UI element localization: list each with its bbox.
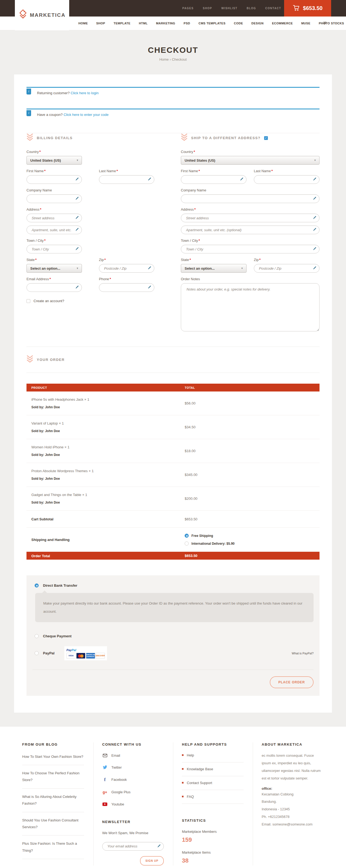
top-nav-contact[interactable]: CONTACT (265, 7, 281, 10)
email-label: Email Address* (27, 277, 82, 281)
blog-post-link[interactable]: How To Choose The Perfect Fashion Store? (22, 765, 84, 789)
shipping-last-name-input[interactable] (254, 175, 319, 184)
footer-about-column: ABOUT MARKETICA ec mollis lorem consequa… (253, 742, 333, 866)
international-delivery-option[interactable]: International Delivery: $5.90 (185, 541, 319, 546)
billing-state-select[interactable]: Select an option... ▼ (27, 264, 82, 273)
site-footer: FROM OUR BLOG How To Start Your Own Fash… (0, 727, 346, 868)
billing-phone-input[interactable] (99, 283, 154, 292)
logo[interactable]: MARKETICA (15, 0, 69, 30)
create-account-label: Create an account? (34, 299, 64, 303)
twitter-link[interactable]: Twitter (102, 765, 164, 770)
billing-zip-input[interactable] (99, 264, 154, 273)
breadcrumb-home[interactable]: Home (159, 57, 169, 61)
top-nav-wishlist[interactable]: WISHLIST (221, 7, 238, 10)
state-label: State* (181, 258, 246, 262)
order-notes-label: Order Notes (181, 277, 319, 281)
faq-link[interactable]: FAQ (182, 790, 244, 804)
breadcrumb: Home › Checkout (0, 57, 346, 61)
billing-apartment-input[interactable] (27, 225, 82, 234)
billing-company-input[interactable] (27, 194, 82, 203)
radio-unselected[interactable] (185, 541, 189, 546)
login-link[interactable]: Click here to login (71, 91, 98, 95)
nav-cms-templates[interactable]: CMS TEMPLATES (198, 22, 226, 25)
nav-marketing[interactable]: MARKETING (156, 22, 175, 25)
signup-button[interactable]: SIGN UP (140, 856, 164, 866)
help-link[interactable]: Help (182, 749, 244, 763)
order-total-label: Order Total (31, 554, 50, 558)
billing-email-input[interactable] (27, 283, 82, 292)
radio-unselected[interactable] (35, 634, 39, 638)
bullet-icon (182, 768, 183, 770)
blog-post-link[interactable]: Plus Size Fashion: Is There Such a Thing… (22, 836, 84, 859)
footer-blog-column: FROM OUR BLOG How To Start Your Own Fash… (13, 742, 93, 866)
google-plus-link[interactable]: g+ Google Plus (102, 790, 164, 794)
facebook-link[interactable]: f Facebook (102, 777, 164, 782)
discover-icon: DISCOVER (96, 653, 105, 659)
shipping-company-input[interactable] (181, 194, 319, 203)
radio-selected[interactable] (185, 534, 189, 538)
billing-country-select[interactable]: United States (US) ▼ (27, 156, 82, 165)
nav-shop[interactable]: SHOP (96, 22, 105, 25)
paypal-cards-badge[interactable]: PayPal VISA AMERICAN EXPRESS DISCOVER (64, 646, 107, 660)
nav-psd[interactable]: PSD (183, 22, 190, 25)
product-total: $34.50 (185, 425, 319, 429)
billing-first-name-input[interactable] (27, 175, 82, 184)
bank-transfer-option[interactable]: Direct Bank Transfer (32, 584, 314, 588)
contact-support-link[interactable]: Contact Support (182, 776, 244, 790)
shipping-street-input[interactable] (181, 214, 319, 222)
top-nav-blog[interactable]: BLOG (246, 7, 256, 10)
amex-icon: AMERICAN EXPRESS (86, 653, 95, 659)
shipping-zip-input[interactable] (254, 264, 319, 273)
nav-home[interactable]: HOME (78, 22, 88, 25)
items-count: 38 (182, 857, 244, 864)
nav-code[interactable]: CODE (234, 22, 243, 25)
shipping-first-name-input[interactable] (181, 175, 246, 184)
shipping-state-select[interactable]: Select an option... ▼ (181, 264, 246, 273)
top-nav-pages[interactable]: PAGES (182, 7, 194, 10)
shipping-state-value: Select an option... (185, 267, 215, 271)
product-seller: Sold by: John Doe (31, 429, 185, 433)
section-stack-icon (27, 133, 33, 143)
newsletter-note: We Won't Spam, We Promise (102, 831, 164, 835)
nav-design[interactable]: DESIGN (251, 22, 264, 25)
info-icon: i (27, 110, 31, 116)
youtube-link[interactable]: Youtube (102, 802, 164, 806)
blog-post-link[interactable]: How To Start Your Own Fashion Store? (22, 749, 84, 765)
mastercard-icon (76, 653, 85, 659)
chevron-double-down-icon[interactable] (323, 21, 326, 26)
breadcrumb-current: Checkout (172, 57, 187, 61)
shipping-apartment-input[interactable] (181, 225, 319, 234)
blog-post-link[interactable]: What is So Alluring About Celebrity Fash… (22, 789, 84, 812)
radio-unselected[interactable] (35, 651, 39, 655)
bullet-icon (182, 796, 183, 797)
newsletter-email-input[interactable] (102, 842, 164, 851)
paypal-option[interactable]: PayPal PayPal VISA AMERICAN EXPRESS DISC… (32, 646, 314, 660)
cart-button[interactable]: $653.50 (284, 0, 331, 17)
coupon-link[interactable]: Click here to enter your code (64, 113, 108, 117)
knowledge-base-link[interactable]: Knowladge Base (182, 763, 244, 776)
top-nav-shop[interactable]: SHOP (203, 7, 212, 10)
blog-post-link[interactable]: Should You Use Fashion Consultant Servic… (22, 812, 84, 836)
order-notes-textarea[interactable] (181, 283, 319, 331)
nav-html[interactable]: HTML (139, 22, 148, 25)
shipping-town-input[interactable] (181, 245, 319, 253)
email-link[interactable]: Email (102, 753, 164, 757)
billing-town-input[interactable] (27, 245, 82, 253)
what-is-paypal-link[interactable]: What is PayPal? (292, 652, 314, 655)
shipping-country-select[interactable]: United States (US) ▼ (181, 156, 319, 165)
nav-ecommerce[interactable]: ECOMMERCE (272, 22, 293, 25)
create-account-checkbox[interactable] (27, 299, 30, 303)
billing-last-name-input[interactable] (99, 175, 154, 184)
nav-muse[interactable]: MUSE (301, 22, 310, 25)
place-order-button[interactable]: PLACE ORDER (270, 676, 314, 688)
divider (32, 670, 314, 670)
nav-photo-stocks[interactable]: PHOTO STOCKS (319, 22, 344, 25)
billing-street-input[interactable] (27, 214, 82, 222)
radio-selected[interactable] (35, 584, 39, 588)
ship-different-checkbox[interactable]: ✓ (264, 136, 268, 140)
nav-template[interactable]: TEMPLATE (113, 22, 130, 25)
breadcrumb-separator: › (170, 57, 171, 61)
cheque-payment-option[interactable]: Cheque Payment (32, 634, 314, 638)
free-shipping-option[interactable]: Free Shipping (185, 534, 319, 538)
statistics-section: STATISTICS Marketplace Members 159 Marke… (182, 818, 244, 864)
